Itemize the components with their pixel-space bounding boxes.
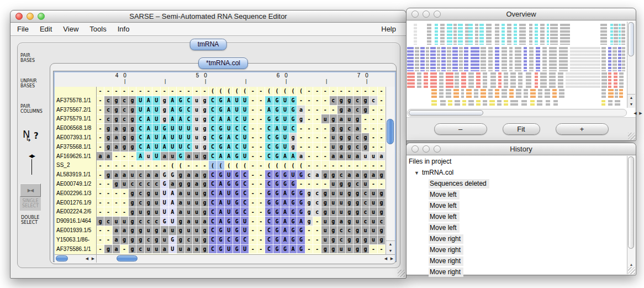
grid-cell[interactable]: U (233, 96, 241, 106)
history-titlebar[interactable]: History (407, 143, 636, 155)
grid-cell[interactable]: A (217, 217, 225, 226)
grid-cell[interactable]: ( (177, 161, 185, 170)
grid-cell[interactable]: G (161, 170, 169, 180)
grid-cell[interactable]: U (225, 189, 233, 198)
grid-cell[interactable]: g (201, 124, 209, 133)
grid-cell[interactable]: u (362, 152, 370, 161)
grid-cell[interactable]: u (177, 245, 185, 254)
grid-cell[interactable]: c (136, 245, 145, 254)
grid-cell[interactable]: A (281, 235, 289, 245)
sequence-label[interactable]: AF375586.1/1 (55, 245, 96, 254)
grid-cell[interactable]: ( (233, 161, 241, 170)
grid-cell[interactable]: u (193, 133, 201, 143)
grid-cell[interactable]: g (120, 133, 129, 143)
grid-cell[interactable]: g (201, 226, 209, 235)
grid-cell[interactable]: - (257, 189, 266, 198)
grid-cell[interactable]: C (233, 124, 241, 133)
alignment-editor[interactable]: 40506070||||||| AF375578.1/1AF375567.2/1… (54, 71, 396, 261)
grid-cell[interactable]: - (257, 217, 266, 226)
scroll-right-icon[interactable]: ▶ (91, 255, 96, 263)
history-entry[interactable]: Sequences deleted (429, 180, 636, 187)
history-entry[interactable]: Move left (429, 202, 636, 210)
overview-vertical-scrollbar[interactable]: ▲ ▼ (627, 22, 635, 108)
grid-cell[interactable]: - (305, 235, 314, 245)
grid-cell[interactable]: G (289, 114, 298, 124)
grid-cell[interactable]: - (249, 198, 257, 208)
grid-cell[interactable]: g (201, 198, 209, 208)
grid-cell[interactable]: g (113, 96, 121, 106)
grid-cell[interactable]: - (120, 161, 129, 170)
grid-cell[interactable]: ( (265, 87, 273, 96)
grid-cell[interactable]: u (346, 152, 354, 161)
grid-cell[interactable]: C (209, 235, 217, 245)
grid-cell[interactable]: C (233, 114, 241, 124)
grid-cell[interactable]: u (113, 217, 121, 226)
grid-cell[interactable]: A (217, 180, 225, 189)
grid-cell[interactable]: g (321, 245, 330, 254)
grid-cell[interactable]: c (185, 235, 193, 245)
grid-cell[interactable]: C (265, 143, 273, 152)
grid-cell[interactable]: - (129, 152, 137, 161)
grid-cell[interactable]: - (378, 124, 386, 133)
grid-cell[interactable]: C (265, 217, 273, 226)
scroll-up-icon[interactable]: ▲ (627, 95, 635, 101)
grid-cell[interactable]: u (369, 152, 378, 161)
grid-cell[interactable]: a (369, 170, 378, 180)
grid-cell[interactable]: g (362, 235, 370, 245)
grid-cell[interactable]: A (281, 189, 289, 198)
sequence-label[interactable]: AF375579.1/1 (55, 114, 96, 124)
grid-cell[interactable]: u (369, 235, 378, 245)
grid-cell[interactable]: ( (217, 161, 225, 170)
grid-cell[interactable]: a (177, 207, 185, 217)
grid-cell[interactable]: a (185, 170, 193, 180)
grid-cell[interactable]: A (136, 152, 145, 161)
grid-cell[interactable]: g (161, 106, 169, 115)
grid-cell[interactable]: g (104, 143, 113, 152)
grid-cell[interactable]: - (378, 106, 386, 115)
grid-cell[interactable]: U (241, 96, 249, 106)
grid-cell[interactable]: C (241, 235, 249, 245)
grid-cell[interactable]: A (161, 133, 169, 143)
grid-cell[interactable]: g (346, 198, 354, 208)
grid-cell[interactable]: g (346, 207, 354, 217)
grid-cell[interactable]: g (177, 226, 185, 235)
grid-cell[interactable]: A (169, 189, 177, 198)
grid-cell[interactable]: a (337, 217, 346, 226)
grid-cell[interactable]: A (217, 152, 225, 161)
grid-cell[interactable]: a (113, 124, 121, 133)
grid-cell[interactable]: - (97, 245, 105, 254)
grid-cell[interactable]: G (265, 189, 273, 198)
grid-cell[interactable]: a (337, 152, 346, 161)
grid-cell[interactable]: C (265, 170, 273, 180)
grid-cell[interactable]: U (169, 217, 177, 226)
grid-cell[interactable]: U (225, 226, 233, 235)
grid-cell[interactable]: g (201, 106, 209, 115)
grid-cell[interactable]: g (129, 198, 137, 208)
grid-cell[interactable]: U (169, 124, 177, 133)
grid-cell[interactable]: u (185, 198, 193, 208)
grid-cell[interactable]: - (97, 180, 105, 189)
grid-cell[interactable]: u (185, 226, 193, 235)
grid-cell[interactable]: g (136, 235, 145, 245)
grid-cell[interactable]: c (136, 189, 145, 198)
grid-cell[interactable]: a (185, 217, 193, 226)
grid-cell[interactable]: - (353, 87, 362, 96)
grid-cell[interactable]: A (281, 207, 289, 217)
grid-cell[interactable]: c (136, 198, 145, 208)
grid-cell[interactable]: u (185, 207, 193, 217)
grid-cell[interactable]: g (145, 207, 153, 217)
grid-cell[interactable]: A (225, 106, 233, 115)
scroll-left-icon[interactable]: ◀ (85, 255, 89, 263)
grid-cell[interactable]: - (257, 106, 266, 115)
grid-cell[interactable]: g (177, 235, 185, 245)
grid-cell[interactable]: - (305, 226, 314, 235)
main-titlebar[interactable]: SARSE – Semi-Automated RNA Sequence Edit… (10, 11, 406, 23)
grid-cell[interactable]: U (241, 133, 249, 143)
menu-info[interactable]: Info (118, 25, 130, 33)
grid-cell[interactable]: A (169, 114, 177, 124)
grid-cell[interactable]: ( (241, 87, 249, 96)
grid-cell[interactable]: - (249, 170, 257, 180)
grid-cell[interactable]: - (257, 245, 266, 254)
grid-cell[interactable]: - (104, 180, 113, 189)
grid-cell[interactable]: u (152, 245, 161, 254)
